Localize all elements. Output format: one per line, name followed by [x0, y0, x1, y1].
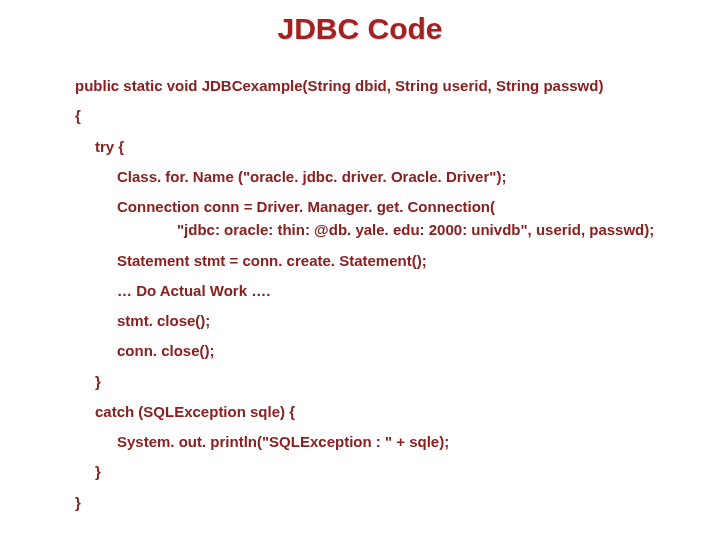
code-line: {: [75, 104, 690, 127]
code-block: public static void JDBCexample(String db…: [0, 74, 720, 514]
code-line: "jdbc: oracle: thin: @db. yale. edu: 200…: [177, 218, 690, 241]
code-line: public static void JDBCexample(String db…: [75, 74, 690, 97]
code-line: Connection conn = Driver. Manager. get. …: [117, 195, 690, 218]
code-line: }: [95, 460, 690, 483]
code-line: }: [75, 491, 690, 514]
code-line: Statement stmt = conn. create. Statement…: [117, 249, 690, 272]
slide-title: JDBC Code: [0, 0, 720, 74]
code-line: conn. close();: [117, 339, 690, 362]
code-line: … Do Actual Work ….: [117, 279, 690, 302]
code-line: }: [95, 370, 690, 393]
code-line: catch (SQLException sqle) {: [95, 400, 690, 423]
code-line: try {: [95, 135, 690, 158]
code-line: System. out. println("SQLException : " +…: [117, 430, 690, 453]
code-line: stmt. close();: [117, 309, 690, 332]
code-line: Class. for. Name ("oracle. jdbc. driver.…: [117, 165, 690, 188]
slide: JDBC Code public static void JDBCexample…: [0, 0, 720, 540]
